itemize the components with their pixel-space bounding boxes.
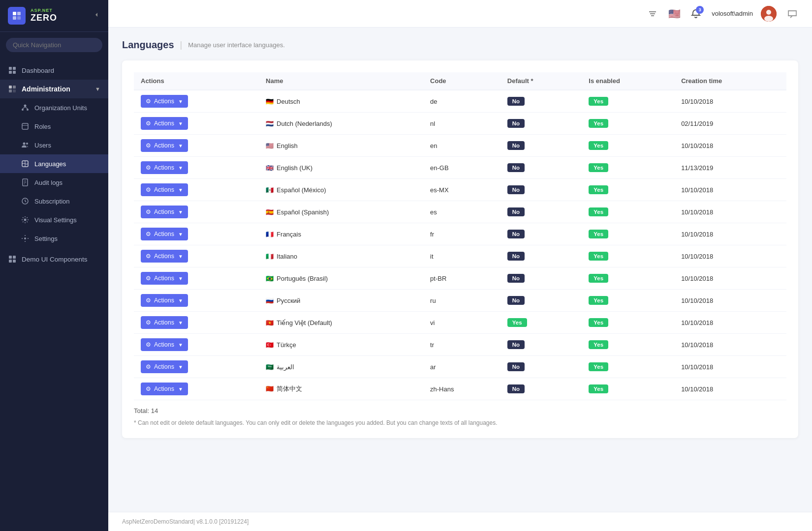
code-cell: zh-Hans xyxy=(423,378,500,400)
filter-icon[interactable] xyxy=(645,6,660,22)
flag-icon: 🇨🇳 xyxy=(266,385,274,392)
caret-icon: ▼ xyxy=(178,187,183,193)
search-input[interactable] xyxy=(6,38,102,52)
language-name: English xyxy=(277,142,298,149)
col-enabled: Is enabled xyxy=(582,72,674,90)
default-cell: No xyxy=(500,113,582,135)
enabled-badge: Yes xyxy=(589,163,608,172)
caret-icon: ▼ xyxy=(178,121,183,126)
avatar[interactable] xyxy=(761,6,777,22)
svg-point-38 xyxy=(766,10,771,15)
name-cell: 🇹🇷Türkçe xyxy=(259,334,423,356)
enabled-cell: Yes xyxy=(582,135,674,157)
actions-button[interactable]: ⚙ Actions ▼ xyxy=(141,316,188,329)
code-cell: pt-BR xyxy=(423,267,500,290)
sidebar-label-languages: Languages xyxy=(34,160,66,168)
name-cell: 🇧🇷Português (Brasil) xyxy=(259,267,423,290)
name-cell: 🇷🇺Русский xyxy=(259,290,423,312)
user-info[interactable]: volosoft\admin xyxy=(712,10,753,17)
actions-button[interactable]: ⚙ Actions ▼ xyxy=(141,250,188,263)
svg-rect-5 xyxy=(13,67,16,70)
users-icon xyxy=(21,141,30,149)
flag-icon: 🇲🇽 xyxy=(266,186,274,194)
sidebar-item-settings[interactable]: Settings xyxy=(0,229,108,248)
actions-button[interactable]: ⚙ Actions ▼ xyxy=(141,161,188,174)
default-badge: No xyxy=(507,340,525,349)
creation-cell: 10/10/2018 xyxy=(674,201,786,223)
roles-icon xyxy=(21,122,30,131)
notification-badge: 3 xyxy=(696,6,704,14)
svg-rect-30 xyxy=(9,256,12,259)
svg-rect-6 xyxy=(9,71,12,74)
sidebar-item-dashboard[interactable]: Dashboard xyxy=(0,61,108,80)
table-row: ⚙ Actions ▼🇧🇷Português (Brasil)pt-BRNoYe… xyxy=(134,267,786,290)
gear-icon: ⚙ xyxy=(146,253,151,260)
svg-rect-8 xyxy=(9,86,12,88)
enabled-cell: Yes xyxy=(582,267,674,290)
actions-button[interactable]: ⚙ Actions ▼ xyxy=(141,206,188,218)
actions-button[interactable]: ⚙ Actions ▼ xyxy=(141,228,188,240)
enabled-badge: Yes xyxy=(589,384,608,393)
actions-button[interactable]: ⚙ Actions ▼ xyxy=(141,294,188,307)
sidebar-item-users[interactable]: Users xyxy=(0,136,108,154)
default-cell: No xyxy=(500,378,582,400)
actions-button[interactable]: ⚙ Actions ▼ xyxy=(141,338,188,351)
actions-button[interactable]: ⚙ Actions ▼ xyxy=(141,117,188,130)
language-flag[interactable]: 🇺🇸 xyxy=(668,10,680,18)
sidebar-item-visual-settings[interactable]: Visual Settings xyxy=(0,210,108,229)
main-area: 🇺🇸 3 volosoft\admin Langua xyxy=(108,0,812,531)
sidebar-label-users: Users xyxy=(34,142,51,149)
actions-cell: ⚙ Actions ▼ xyxy=(134,334,259,356)
sidebar-item-administration[interactable]: Administration ▼ xyxy=(0,80,108,98)
page-subtitle: Manage user interface languages. xyxy=(188,41,285,49)
actions-button[interactable]: ⚙ Actions ▼ xyxy=(141,183,188,196)
sidebar-label-demo-ui: Demo UI Components xyxy=(22,256,88,263)
creation-cell: 10/10/2018 xyxy=(674,179,786,201)
sidebar-label-audit-logs: Audit logs xyxy=(34,179,62,186)
creation-cell: 10/10/2018 xyxy=(674,356,786,378)
sidebar-item-subscription[interactable]: Subscription xyxy=(0,192,108,210)
actions-button[interactable]: ⚙ Actions ▼ xyxy=(141,360,188,373)
notification-btn[interactable]: 3 xyxy=(688,6,704,22)
flag-icon: 🇩🇪 xyxy=(266,98,274,105)
sidebar-item-org-units[interactable]: Organization Units xyxy=(0,98,108,117)
settings-icon xyxy=(21,234,30,243)
actions-button[interactable]: ⚙ Actions ▼ xyxy=(141,272,188,285)
sidebar: ASP.NET ZERO Dashboard xyxy=(0,0,108,531)
language-name: Tiếng Việt (Default) xyxy=(277,319,332,326)
flag-icon: 🇺🇸 xyxy=(266,142,274,149)
creation-cell: 11/13/2019 xyxy=(674,157,786,179)
default-cell: No xyxy=(500,201,582,223)
creation-cell: 10/10/2018 xyxy=(674,135,786,157)
sidebar-item-demo-ui[interactable]: Demo UI Components xyxy=(0,250,108,268)
sidebar-item-roles[interactable]: Roles xyxy=(0,117,108,136)
language-name: العربية xyxy=(277,363,294,371)
enabled-badge: Yes xyxy=(589,141,608,150)
logo-text: ASP.NET ZERO xyxy=(31,8,57,23)
actions-button[interactable]: ⚙ Actions ▼ xyxy=(141,95,188,108)
sidebar-collapse-btn[interactable] xyxy=(93,11,100,21)
sidebar-search-container xyxy=(0,32,108,58)
svg-point-13 xyxy=(22,109,24,111)
svg-point-29 xyxy=(24,237,26,239)
caret-icon: ▼ xyxy=(178,165,183,171)
name-cell: 🇸🇦العربية xyxy=(259,356,423,378)
sidebar-item-languages[interactable]: Languages xyxy=(0,154,108,173)
footnote-text: * Can not edit or delete default languag… xyxy=(134,419,498,426)
caret-icon: ▼ xyxy=(178,232,183,237)
languages-icon xyxy=(21,159,30,168)
gear-icon: ⚙ xyxy=(146,319,151,326)
svg-rect-11 xyxy=(13,89,16,92)
col-name: Name xyxy=(259,72,423,90)
sidebar-item-audit-logs[interactable]: Audit logs xyxy=(0,173,108,192)
default-badge: No xyxy=(507,97,525,106)
actions-button[interactable]: ⚙ Actions ▼ xyxy=(141,383,188,395)
chat-icon[interactable] xyxy=(784,6,800,22)
actions-cell: ⚙ Actions ▼ xyxy=(134,135,259,157)
actions-button[interactable]: ⚙ Actions ▼ xyxy=(141,139,188,152)
visual-settings-icon xyxy=(21,215,30,224)
table-body: ⚙ Actions ▼🇩🇪DeutschdeNoYes10/10/2018⚙ A… xyxy=(134,90,786,400)
svg-point-39 xyxy=(764,16,773,22)
flag-icon: 🇫🇷 xyxy=(266,231,274,238)
page-separator: | xyxy=(180,40,183,50)
